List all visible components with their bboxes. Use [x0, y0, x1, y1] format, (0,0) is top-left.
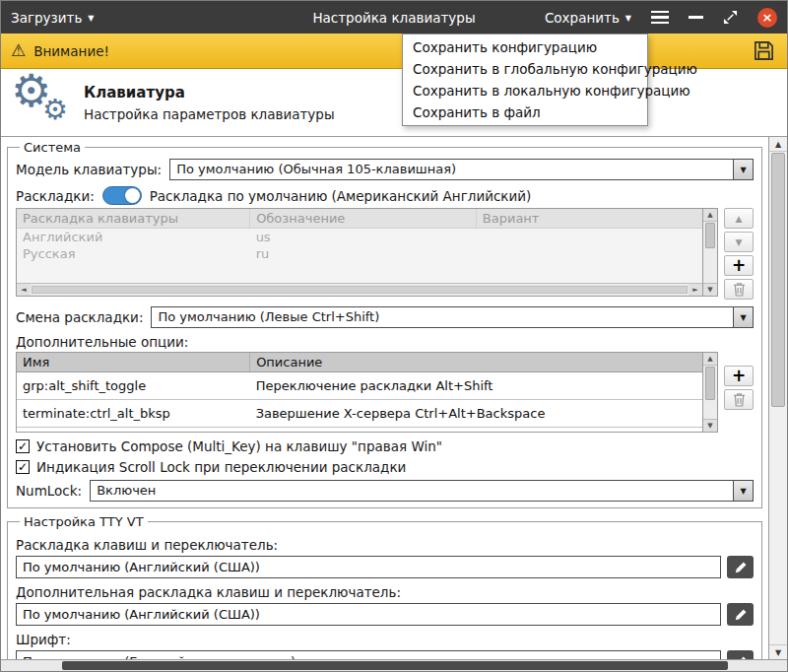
- switch-layout-select[interactable]: По умолчанию (Левые Ctrl+Shift) ▼: [151, 306, 754, 328]
- header-subtitle: Настройка параметров клавиатуры: [84, 106, 335, 122]
- hscrollbar-thumb[interactable]: [32, 286, 688, 294]
- gears-icon: ⚙ ⚙: [11, 74, 72, 131]
- scroll-up-icon[interactable]: ▲: [703, 209, 717, 222]
- vscrollbar-thumb[interactable]: [705, 367, 715, 400]
- menu-item-save-local-config[interactable]: Сохранить в локальную конфигурацию: [403, 80, 647, 101]
- move-down-button[interactable]: ▼: [724, 232, 754, 252]
- tty-font-input[interactable]: [16, 650, 721, 659]
- keyboard-settings-window: Загрузить ▼ Настройка клавиатуры Сохрани…: [0, 0, 788, 672]
- column-header: Описание: [250, 353, 702, 372]
- trash-icon: [733, 282, 746, 297]
- add-layout-button[interactable]: +: [724, 255, 754, 276]
- column-header: Имя: [17, 353, 250, 372]
- warning-icon: ⚠: [11, 42, 26, 59]
- load-button-label: Загрузить: [11, 10, 82, 26]
- edit-tty-font-button[interactable]: [727, 650, 754, 659]
- tty-extra-layout-input[interactable]: [16, 603, 721, 626]
- pencil-icon: [734, 561, 748, 574]
- layouts-table: Раскладка клавиатуры Обозначение Вариант…: [16, 208, 718, 297]
- layouts-table-header: Раскладка клавиатуры Обозначение Вариант: [17, 209, 702, 229]
- options-table-buttons: +: [724, 352, 754, 410]
- check-icon: ✓: [18, 461, 28, 473]
- table-row: Русская ru: [17, 245, 702, 262]
- expand-icon[interactable]: [723, 10, 738, 25]
- save-to-file-button[interactable]: [750, 38, 777, 64]
- tty-font-label: Шрифт:: [16, 632, 754, 647]
- layouts-table-buttons: ▲ ▼ +: [724, 208, 754, 300]
- scrolllock-checkbox[interactable]: ✓: [16, 460, 30, 474]
- layouts-table-vscrollbar[interactable]: ▲ ▼: [702, 209, 717, 296]
- chevron-down-icon: ▼: [733, 307, 753, 327]
- chevron-down-icon: ▼: [625, 15, 631, 23]
- layouts-table-hscrollbar[interactable]: ◄ ►: [17, 283, 702, 296]
- move-up-button[interactable]: ▲: [724, 208, 754, 229]
- table-row[interactable]: terminate:ctrl_alt_bksp Завершение X-сер…: [17, 400, 702, 428]
- main-vscrollbar[interactable]: ▲ ▼: [768, 137, 787, 659]
- column-header: Вариант: [476, 209, 702, 229]
- system-group: Система Модель клавиатуры: По умолчанию …: [7, 140, 762, 508]
- titlebar: Загрузить ▼ Настройка клавиатуры Сохрани…: [1, 1, 787, 34]
- scroll-up-icon[interactable]: ▲: [703, 353, 717, 366]
- vscrollbar-thumb[interactable]: [771, 153, 785, 407]
- main-hscrollbar[interactable]: [1, 659, 787, 671]
- menu-item-save-global-config[interactable]: Сохранить в глобальную конфигурацию: [403, 58, 647, 80]
- layouts-label: Раскладки:: [16, 188, 95, 204]
- delete-layout-button[interactable]: [724, 279, 754, 300]
- scroll-down-icon[interactable]: ▼: [703, 283, 717, 296]
- edit-tty-extra-layout-button[interactable]: [727, 603, 754, 626]
- tty-group: Настройка TTY VT Раскладка клавиш и пере…: [7, 514, 762, 659]
- load-button[interactable]: Загрузить ▼: [11, 10, 95, 26]
- pencil-icon: [734, 608, 748, 622]
- hscrollbar-thumb[interactable]: [62, 661, 728, 670]
- header-title: Клавиатура: [84, 84, 335, 101]
- minimize-icon[interactable]: [689, 16, 703, 19]
- save-button-label: Сохранить: [545, 10, 620, 26]
- tty-group-legend: Настройка TTY VT: [20, 514, 148, 529]
- settings-form: Система Модель клавиатуры: По умолчанию …: [1, 137, 768, 659]
- column-header: Обозначение: [250, 209, 477, 229]
- chevron-down-icon: ▼: [733, 481, 753, 501]
- scroll-down-icon[interactable]: ▼: [703, 419, 717, 432]
- hamburger-menu-icon[interactable]: [651, 11, 669, 25]
- numlock-value: Включен: [91, 481, 733, 501]
- header-text: Клавиатура Настройка параметров клавиату…: [84, 84, 335, 122]
- scroll-left-icon[interactable]: ◄: [17, 284, 31, 296]
- content-area: Система Модель клавиатуры: По умолчанию …: [1, 136, 787, 659]
- warning-text: Внимание!: [33, 43, 109, 59]
- compose-checkbox[interactable]: ✓: [16, 439, 30, 453]
- app-header: ⚙ ⚙ Клавиатура Настройка параметров клав…: [1, 69, 787, 136]
- options-table-vscrollbar[interactable]: ▲ ▼: [702, 353, 717, 432]
- scroll-down-icon[interactable]: ▼: [769, 644, 787, 659]
- edit-tty-layout-button[interactable]: [727, 556, 754, 578]
- add-option-button[interactable]: +: [724, 366, 754, 386]
- menu-item-save-to-file[interactable]: Сохранить в файл: [403, 101, 647, 123]
- default-layout-toggle[interactable]: [102, 186, 142, 205]
- tty-layout-input[interactable]: [16, 556, 721, 578]
- floppy-icon: [753, 39, 775, 62]
- delete-option-button[interactable]: [724, 389, 754, 410]
- tty-extra-layout-label: Дополнительная раскладка клавиш и перекл…: [16, 584, 754, 600]
- vscrollbar-thumb[interactable]: [705, 223, 715, 248]
- scroll-up-icon[interactable]: ▲: [769, 137, 787, 152]
- titlebar-actions: Сохранить ▼ ×: [545, 8, 777, 28]
- keyboard-model-label: Модель клавиатуры:: [16, 162, 162, 177]
- menu-item-save-config[interactable]: Сохранить конфигурацию: [403, 36, 647, 58]
- compose-checkbox-label: Установить Compose (Multi_Key) на клавиш…: [36, 438, 442, 454]
- numlock-label: NumLock:: [16, 483, 82, 499]
- switch-layout-label: Смена раскладки:: [16, 309, 143, 325]
- scroll-right-icon[interactable]: ►: [689, 284, 702, 296]
- default-layout-toggle-label: Раскладка по умолчанию (Американский Анг…: [150, 188, 532, 204]
- system-group-legend: Система: [20, 140, 85, 155]
- close-icon: ×: [762, 11, 773, 24]
- scrolllock-checkbox-label: Индикация Scroll Lock при переключении р…: [36, 459, 406, 475]
- numlock-select[interactable]: Включен ▼: [90, 480, 754, 502]
- table-row[interactable]: grp:alt_shift_toggle Переключение раскла…: [17, 372, 702, 400]
- table-row: Английский us: [17, 229, 702, 246]
- keyboard-model-select[interactable]: По умолчанию (Обычная 105-клавишная) ▼: [169, 159, 754, 180]
- save-button[interactable]: Сохранить ▼: [545, 10, 631, 26]
- extra-options-label: Дополнительные опции:: [16, 334, 754, 350]
- extra-options-table: Имя Описание grp:alt_shift_toggle Перекл…: [16, 352, 718, 433]
- close-button[interactable]: ×: [757, 8, 777, 28]
- switch-layout-value: По умолчанию (Левые Ctrl+Shift): [152, 307, 733, 327]
- chevron-down-icon: ▼: [733, 160, 753, 179]
